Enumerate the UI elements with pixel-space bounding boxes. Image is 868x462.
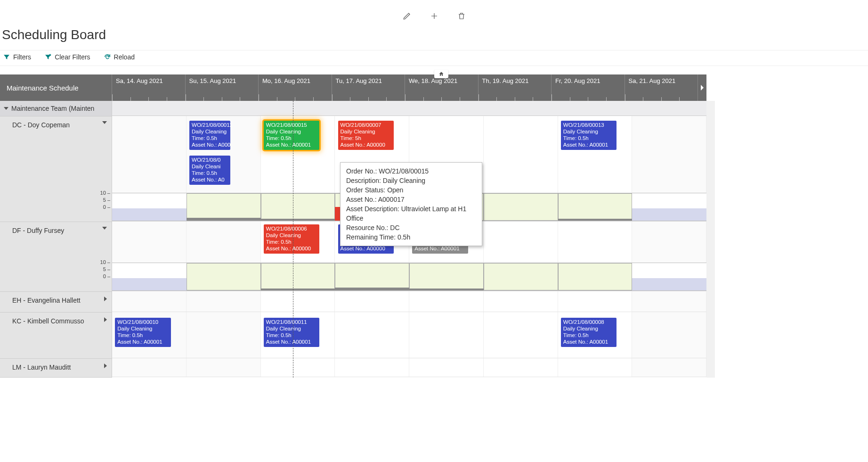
day-header: Sa, 14. Aug 2021 xyxy=(112,74,186,101)
resource-row-kc[interactable]: KC - Kimbell Commusso xyxy=(0,313,112,359)
collapse-icon xyxy=(4,107,8,110)
resource-label: DC - Doy Copeman xyxy=(12,121,70,129)
work-order-card[interactable]: WO/21/08/00006Daily CleaningTime: 0.5hAs… xyxy=(264,224,319,254)
filters-label: Filters xyxy=(13,53,31,61)
add-icon[interactable] xyxy=(430,12,438,20)
resource-row-lm[interactable]: LM - Lauryn Mauditt xyxy=(0,359,112,378)
resource-label: EH - Evangelina Hallett xyxy=(12,297,81,304)
day-header: Fr, 20. Aug 2021 xyxy=(552,74,625,101)
axis-labels: 10 –5 –0 – xyxy=(97,190,110,211)
day-header: We, 18. Aug 2021 xyxy=(405,74,479,101)
axis-labels: 10 –5 –0 – xyxy=(97,259,110,280)
today-marker xyxy=(293,101,293,378)
work-order-card[interactable]: WO/21/08/00012Daily CleaningTime: 0.5hAs… xyxy=(189,121,230,150)
work-order-card[interactable]: WO/21/08/0Daily CleaniTime: 0.5hAsset No… xyxy=(189,156,230,185)
work-order-card[interactable]: WO/21/08/00015Daily CleaningTime: 0.5hAs… xyxy=(264,121,319,150)
board-title: Maintenance Schedule xyxy=(0,74,112,101)
day-header: Sa, 21. Aug 2021 xyxy=(625,74,698,101)
day-header: Th, 19. Aug 2021 xyxy=(479,74,552,101)
filters-button[interactable]: Filters xyxy=(3,53,31,61)
resource-label: LM - Lauryn Mauditt xyxy=(12,363,71,371)
reload-button[interactable]: Reload xyxy=(104,53,135,61)
resource-row-df[interactable]: DF - Duffy Fursey 10 –5 –0 – xyxy=(0,222,112,292)
chevron-down-icon xyxy=(102,227,107,230)
chevron-right-icon xyxy=(104,297,107,301)
work-order-tooltip: Order No.: WO/21/08/00015 Description: D… xyxy=(340,162,482,246)
work-order-card[interactable]: WO/21/08/00008Daily CleaningTime: 0.5hAs… xyxy=(561,318,617,347)
reload-label: Reload xyxy=(114,53,135,61)
resource-row-dc[interactable]: DC - Doy Copeman 10 –5 –0 – xyxy=(0,116,112,222)
resource-group-header[interactable]: Maintenance Team (Mainten xyxy=(0,101,112,116)
day-header: Mo, 16. Aug 2021 xyxy=(259,74,332,101)
day-header: Tu, 17. Aug 2021 xyxy=(332,74,406,101)
chevron-down-icon xyxy=(102,121,107,124)
page-title: Scheduling Board xyxy=(0,24,868,50)
work-order-card[interactable]: WO/21/08/00007Daily CleaningTime: 5hAsse… xyxy=(338,121,394,150)
chevron-right-icon xyxy=(104,317,107,322)
resource-row-eh[interactable]: EH - Evangelina Hallett xyxy=(0,292,112,313)
day-header: Su, 15. Aug 2021 xyxy=(186,74,259,101)
clear-filters-button[interactable]: Clear Filters xyxy=(44,53,90,61)
clear-filters-label: Clear Filters xyxy=(55,53,90,61)
edit-icon[interactable] xyxy=(403,12,411,20)
group-label: Maintenance Team (Mainten xyxy=(11,105,94,112)
vertical-scrollbar[interactable] xyxy=(706,101,715,378)
scroll-right-button[interactable] xyxy=(698,74,706,101)
work-order-card[interactable]: WO/21/08/00010Daily CleaningTime: 0.5hAs… xyxy=(115,318,170,347)
work-order-card[interactable]: WO/21/08/00013Daily CleaningTime: 0.5hAs… xyxy=(561,121,617,150)
delete-icon[interactable] xyxy=(457,12,466,20)
home-icon[interactable] xyxy=(434,70,448,78)
resource-label: DF - Duffy Fursey xyxy=(12,227,64,234)
chevron-right-icon xyxy=(104,363,107,368)
resource-label: KC - Kimbell Commusso xyxy=(12,317,84,325)
work-order-card[interactable]: WO/21/08/00011Daily CleaningTime: 0.5hAs… xyxy=(264,318,319,347)
